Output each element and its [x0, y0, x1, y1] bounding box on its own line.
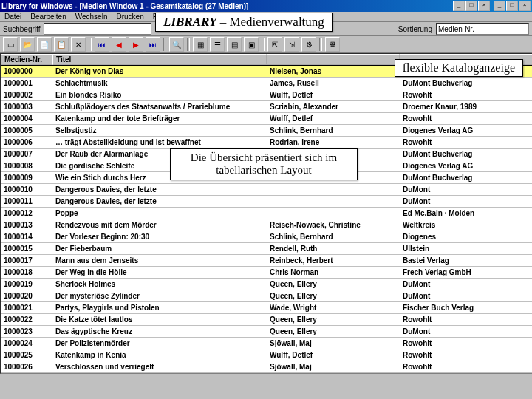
cell-title: Dangerous Davies, der letzte	[52, 197, 267, 205]
cell-id: 1000019	[1, 280, 52, 288]
child-maximize-button[interactable]: □	[506, 1, 518, 11]
cell-author: Reinbeck, Herbert	[267, 256, 400, 265]
tool4-button[interactable]: ▣	[244, 37, 259, 52]
table-row[interactable]: 1000019Sherlock HolmesQueen, ElleryDuMon…	[1, 279, 532, 290]
settings-button[interactable]: ⚙	[301, 37, 316, 52]
first-icon: ⏮	[98, 41, 106, 49]
table-row[interactable]: 1000001SchlachtmusikJames, RusellDuMont …	[1, 78, 532, 89]
table-body: 1000000Der König von DiasNielsen, JonasF…	[1, 66, 532, 373]
new-button[interactable]: ▭	[3, 37, 18, 52]
maximize-button[interactable]: □	[466, 1, 477, 11]
col-id[interactable]: Medien-Nr.	[1, 54, 52, 65]
table-row[interactable]: 1000025Katenkamp in KeniaWulff, DetlefRo…	[1, 349, 532, 361]
menu-bearbeiten[interactable]: Bearbeiten	[30, 13, 66, 21]
export-button[interactable]: ⇱	[267, 37, 282, 52]
cell-id: 1000007	[1, 150, 52, 158]
prev-button[interactable]: ◀	[112, 37, 126, 52]
table-row[interactable]: 1000018Der Weg in die HölleChris NormanF…	[1, 267, 532, 279]
table-row[interactable]: 1000006… trägt Abstellkleidung und ist b…	[1, 137, 532, 149]
menu-drucken[interactable]: Drucken	[116, 13, 143, 21]
cell-author: Chris Norman	[267, 268, 400, 276]
table-row[interactable]: 1000011Dangerous Davies, der letzteDuMon…	[1, 196, 532, 208]
cell-author: Sjöwall, Maj	[267, 339, 400, 347]
table-row[interactable]: 1000003Schlußplädoyers des Staatsanwalts…	[1, 101, 532, 113]
cell-author: Rodrian, Irene	[267, 138, 400, 146]
tool2-button[interactable]: ☰	[210, 37, 225, 52]
next-button[interactable]: ▶	[129, 37, 143, 52]
table-row[interactable]: 1000022Die Katze tötet lautlosQueen, Ell…	[1, 314, 532, 326]
table-row[interactable]: 1000020Der mysteriöse ZylinderQueen, Ell…	[1, 290, 532, 302]
last-button[interactable]: ⏭	[146, 37, 160, 52]
search-input[interactable]	[44, 23, 151, 35]
import-icon: ⇲	[289, 41, 295, 49]
cell-publisher: Diogenes Verlag AG	[400, 126, 532, 134]
folder-icon: 📂	[23, 41, 32, 49]
gear-icon: ⚙	[306, 41, 313, 49]
cell-publisher: DuMont Buchverlag	[400, 150, 532, 158]
cell-id: 1000018	[1, 268, 52, 276]
cell-title: Der Fieberbaum	[52, 245, 267, 253]
paste-button[interactable]: 📋	[54, 37, 69, 52]
minimize-button[interactable]: _	[453, 1, 465, 11]
cell-publisher: DuMont	[400, 327, 532, 335]
table-row[interactable]: 1000002Ein blondes RisikoWulff, DetlefRo…	[1, 89, 532, 101]
list-icon: ☰	[214, 41, 221, 49]
cell-publisher: DuMont	[400, 197, 532, 205]
cell-id: 1000012	[1, 209, 52, 217]
cell-publisher: Droemer Knaur, 1989	[400, 103, 532, 111]
cell-title: Poppe	[52, 209, 267, 217]
col-title[interactable]: Titel	[52, 54, 267, 65]
tool3-button[interactable]: ▤	[227, 37, 242, 52]
menu-datei[interactable]: Datei	[4, 13, 21, 21]
table-row[interactable]: 1000005SelbstjustizSchlink, BernhardDiog…	[1, 125, 532, 137]
app-titlebar: Library for Windows - [Medien Window 1 -…	[0, 0, 532, 12]
col-author[interactable]	[267, 54, 400, 65]
child-minimize-button[interactable]: _	[494, 1, 505, 11]
table-row[interactable]: 1000024Der PolizistenmörderSjöwall, MajR…	[1, 338, 532, 349]
first-button[interactable]: ⏮	[95, 37, 109, 52]
cell-publisher: DuMont Buchverlag	[400, 79, 532, 87]
open-button[interactable]: 📂	[20, 37, 35, 52]
table-row[interactable]: 1000012PoppeEd Mc.Bain · Molden	[1, 208, 532, 219]
cell-author: Scriabin, Alexander	[267, 103, 400, 111]
cell-title: Selbstjustiz	[52, 126, 267, 134]
cell-author: Wulff, Detlef	[267, 115, 400, 123]
cell-id: 1000011	[1, 197, 52, 205]
copy-button[interactable]: 📄	[37, 37, 52, 52]
menu-wechseln[interactable]: Wechseln	[75, 13, 108, 21]
cell-publisher: Rowohlt	[400, 351, 532, 359]
cell-publisher: Fischer Buch Verlag	[400, 304, 532, 312]
banner-flexible-catalog: flexible Kataloganzeige	[395, 59, 523, 77]
banner-description: Die Übersicht präsentiert sich im tabell…	[170, 148, 358, 180]
table-row[interactable]: 1000021Partys, Playgirls und PistolenWad…	[1, 302, 532, 314]
table-row[interactable]: 1000026Verschlossen und verriegeltSjöwal…	[1, 361, 532, 373]
delete-button[interactable]: ✕	[71, 37, 86, 52]
cell-title: Der Polizistenmörder	[52, 339, 267, 347]
zoom-icon: 🔍	[172, 41, 181, 49]
import-button[interactable]: ⇲	[284, 37, 299, 52]
paste-icon: 📋	[57, 41, 66, 49]
cell-author: Nielsen, Jonas	[267, 67, 400, 75]
close-button[interactable]: ×	[478, 1, 490, 11]
grid-icon: ▦	[197, 41, 204, 49]
table-row[interactable]: 1000013Rendezvous mit dem MörderReisch-N…	[1, 219, 532, 231]
cell-publisher: Diogenes Verlag AG	[400, 162, 532, 170]
table-row[interactable]: 1000023Das ägyptische KreuzQueen, Ellery…	[1, 326, 532, 338]
cell-title: Schlußplädoyers des Staatsanwalts / Prar…	[52, 103, 267, 111]
cell-author: Rendell, Ruth	[267, 245, 400, 253]
print-button[interactable]: 🖶	[325, 37, 340, 52]
table-row[interactable]: 1000004Katenkamp und der tote Briefträge…	[1, 113, 532, 125]
table-row[interactable]: 1000017Mann aus dem JenseitsReinbeck, He…	[1, 255, 532, 267]
zoom-button[interactable]: 🔍	[169, 37, 184, 52]
cell-publisher: Diogenes	[400, 233, 532, 241]
tool1-button[interactable]: ▦	[193, 37, 208, 52]
cell-publisher: DuMont	[400, 280, 532, 288]
table-row[interactable]: 1000015Der FieberbaumRendell, RuthUllste…	[1, 243, 532, 255]
cell-title: Schlachtmusik	[52, 79, 267, 87]
child-close-button[interactable]: ×	[519, 1, 531, 11]
table-row[interactable]: 1000010Dangerous Davies, der letzteDuMon…	[1, 184, 532, 196]
sort-select[interactable]	[436, 23, 529, 35]
search-label: Suchbegriff	[3, 25, 40, 33]
table-row[interactable]: 1000014Der Vorleser Beginn: 20:30Schlink…	[1, 231, 532, 243]
cell-title: Katenkamp und der tote Briefträger	[52, 115, 267, 123]
